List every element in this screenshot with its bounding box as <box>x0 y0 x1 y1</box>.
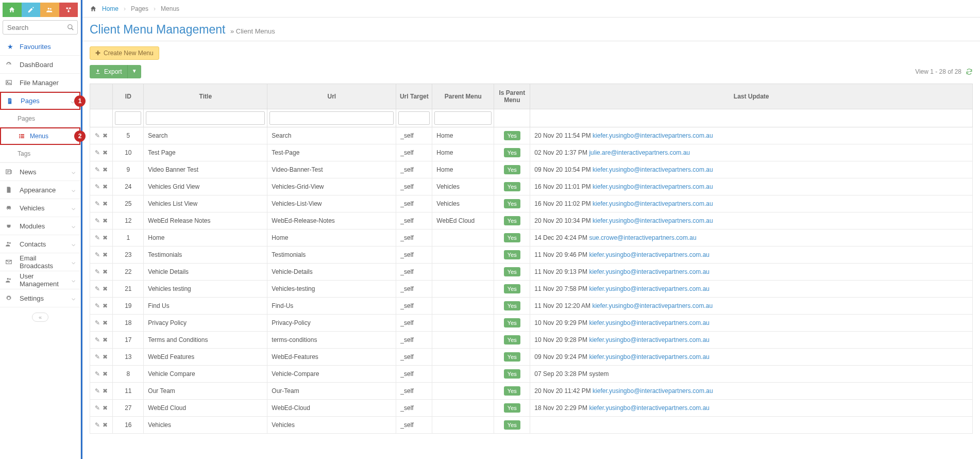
config-button[interactable] <box>59 3 78 17</box>
edit-icon[interactable]: ✎ <box>95 370 100 378</box>
delete-icon[interactable]: ✖ <box>103 421 108 429</box>
user-link[interactable]: kiefer.yusingbo@interactivepartners.com.… <box>589 353 709 360</box>
nav-settings[interactable]: Settings ⌵ <box>0 289 80 307</box>
delete-icon[interactable]: ✖ <box>103 200 108 207</box>
row-actions[interactable]: ✎ ✖ <box>94 421 108 429</box>
delete-icon[interactable]: ✖ <box>103 166 108 173</box>
delete-icon[interactable]: ✖ <box>103 183 108 190</box>
edit-icon[interactable]: ✎ <box>95 166 100 173</box>
nav-favourites[interactable]: ★ Favourites <box>0 38 80 56</box>
user-link[interactable]: julie.are@interactivepartners.com.au <box>589 149 690 156</box>
user-link[interactable]: kiefer.yusingbo@interactivepartners.com.… <box>589 285 709 292</box>
nav-contacts[interactable]: Contacts ⌵ <box>0 235 80 253</box>
user-link[interactable]: kiefer.yusingbo@interactivepartners.com.… <box>593 166 713 173</box>
delete-icon[interactable]: ✖ <box>103 404 108 412</box>
nav-vehicles[interactable]: Vehicles ⌵ <box>0 199 80 217</box>
row-actions[interactable]: ✎ ✖ <box>94 251 108 258</box>
home-button[interactable] <box>3 3 22 17</box>
row-actions[interactable]: ✎ ✖ <box>94 132 108 139</box>
row-actions[interactable]: ✎ ✖ <box>94 149 108 156</box>
user-link[interactable]: sue.crowe@interactivepartners.com.au <box>589 234 696 241</box>
delete-icon[interactable]: ✖ <box>103 234 108 241</box>
edit-icon[interactable]: ✎ <box>95 302 100 309</box>
refresh-icon[interactable] <box>966 68 973 75</box>
user-link[interactable]: kiefer.yusingbo@interactivepartners.com.… <box>589 404 709 412</box>
delete-icon[interactable]: ✖ <box>103 285 108 292</box>
row-actions[interactable]: ✎ ✖ <box>94 370 108 378</box>
row-actions[interactable]: ✎ ✖ <box>94 234 108 241</box>
user-link[interactable]: kiefer.yusingbo@interactivepartners.com.… <box>589 336 709 343</box>
delete-icon[interactable]: ✖ <box>103 268 108 275</box>
nav-appearance[interactable]: Appearance ⌵ <box>0 181 80 199</box>
edit-icon[interactable]: ✎ <box>95 387 100 395</box>
search-icon[interactable] <box>67 24 74 31</box>
delete-icon[interactable]: ✖ <box>103 319 108 326</box>
edit-button[interactable] <box>22 3 41 17</box>
th-isparent[interactable]: Is Parent Menu <box>494 84 530 109</box>
collapse-sidebar-button[interactable]: « <box>32 313 48 322</box>
edit-icon[interactable]: ✎ <box>95 353 100 360</box>
th-target[interactable]: Url Target <box>396 84 432 109</box>
row-actions[interactable]: ✎ ✖ <box>94 302 108 309</box>
th-update[interactable]: Last Update <box>530 84 973 109</box>
edit-icon[interactable]: ✎ <box>95 319 100 326</box>
user-link[interactable]: kiefer.yusingbo@interactivepartners.com.… <box>593 183 713 190</box>
th-url[interactable]: Url <box>267 84 396 109</box>
delete-icon[interactable]: ✖ <box>103 217 108 224</box>
users-button[interactable] <box>40 3 59 17</box>
user-link[interactable]: kiefer.yusingbo@interactivepartners.com.… <box>593 217 713 224</box>
export-dropdown-button[interactable]: ▼ <box>127 65 141 78</box>
user-link[interactable]: kiefer.yusingbo@interactivepartners.com.… <box>589 251 709 258</box>
user-link[interactable]: kiefer.yusingbo@interactivepartners.com.… <box>593 132 713 139</box>
edit-icon[interactable]: ✎ <box>95 217 100 224</box>
nav-sub-menus[interactable]: Menus 2 <box>0 127 80 145</box>
user-link[interactable]: kiefer.yusingbo@interactivepartners.com.… <box>592 302 713 309</box>
edit-icon[interactable]: ✎ <box>95 268 100 275</box>
filter-title-input[interactable] <box>146 111 265 125</box>
row-actions[interactable]: ✎ ✖ <box>94 404 108 412</box>
edit-icon[interactable]: ✎ <box>95 285 100 292</box>
delete-icon[interactable]: ✖ <box>103 251 108 258</box>
filter-parent-input[interactable] <box>434 111 492 125</box>
th-id[interactable]: ID <box>113 84 144 109</box>
home-icon[interactable] <box>90 5 97 12</box>
create-new-menu-button[interactable]: ✚ Create New Menu <box>90 46 159 60</box>
nav-news[interactable]: News ⌵ <box>0 163 80 181</box>
filter-url-input[interactable] <box>269 111 394 125</box>
nav-sub-tags[interactable]: Tags <box>0 145 80 162</box>
delete-icon[interactable]: ✖ <box>103 149 108 156</box>
edit-icon[interactable]: ✎ <box>95 421 100 429</box>
row-actions[interactable]: ✎ ✖ <box>94 336 108 343</box>
nav-pages[interactable]: Pages ⌵ 1 <box>0 92 80 110</box>
delete-icon[interactable]: ✖ <box>103 353 108 360</box>
user-link[interactable]: kiefer.yusingbo@interactivepartners.com.… <box>589 319 709 326</box>
breadcrumb-home[interactable]: Home <box>102 5 119 12</box>
edit-icon[interactable]: ✎ <box>95 132 100 139</box>
edit-icon[interactable]: ✎ <box>95 336 100 343</box>
edit-icon[interactable]: ✎ <box>95 200 100 207</box>
export-button[interactable]: Export <box>90 65 127 78</box>
delete-icon[interactable]: ✖ <box>103 387 108 395</box>
row-actions[interactable]: ✎ ✖ <box>94 268 108 275</box>
delete-icon[interactable]: ✖ <box>103 132 108 139</box>
breadcrumb-pages[interactable]: Pages <box>131 5 148 12</box>
delete-icon[interactable]: ✖ <box>103 336 108 343</box>
user-link[interactable]: kiefer.yusingbo@interactivepartners.com.… <box>593 200 713 207</box>
row-actions[interactable]: ✎ ✖ <box>94 353 108 360</box>
row-actions[interactable]: ✎ ✖ <box>94 166 108 173</box>
filter-target-input[interactable] <box>398 111 430 125</box>
filter-id-input[interactable] <box>115 111 141 125</box>
nav-filemanager[interactable]: File Manager <box>0 74 80 92</box>
row-actions[interactable]: ✎ ✖ <box>94 200 108 207</box>
row-actions[interactable]: ✎ ✖ <box>94 387 108 395</box>
th-parent[interactable]: Parent Menu <box>432 84 494 109</box>
delete-icon[interactable]: ✖ <box>103 302 108 309</box>
row-actions[interactable]: ✎ ✖ <box>94 183 108 190</box>
user-link[interactable]: kiefer.yusingbo@interactivepartners.com.… <box>593 387 713 395</box>
edit-icon[interactable]: ✎ <box>95 404 100 412</box>
row-actions[interactable]: ✎ ✖ <box>94 217 108 224</box>
nav-modules[interactable]: Modules ⌵ <box>0 217 80 235</box>
nav-usermgmt[interactable]: User Management ⌵ <box>0 271 80 289</box>
nav-dashboard[interactable]: DashBoard <box>0 56 80 74</box>
nav-email[interactable]: Email Broadcasts ⌵ <box>0 253 80 271</box>
